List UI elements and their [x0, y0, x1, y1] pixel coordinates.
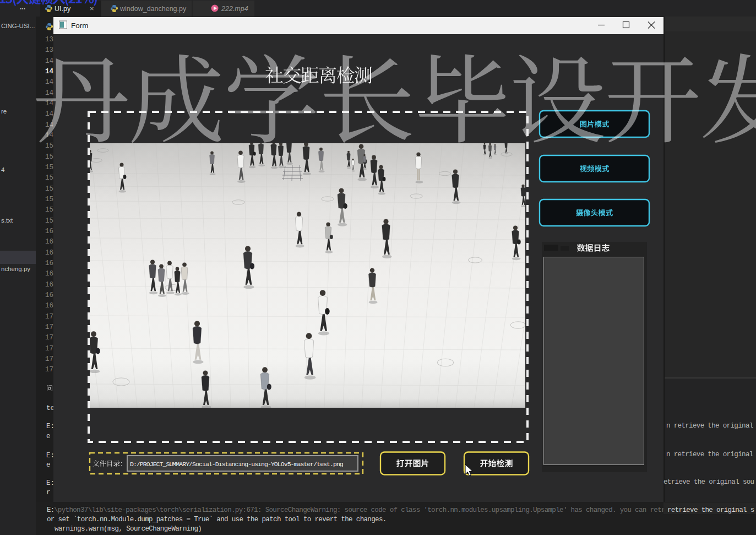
svg-text:15: 15: [45, 153, 53, 161]
svg-text:13: 13: [45, 36, 53, 44]
svg-text:re: re: [1, 108, 7, 115]
svg-text:n retrieve the original: n retrieve the original: [666, 451, 753, 458]
svg-text:e: e: [46, 433, 51, 440]
svg-text:16: 16: [45, 270, 53, 278]
svg-text:te: te: [46, 404, 55, 412]
svg-text:14: 14: [45, 57, 53, 65]
svg-text:17: 17: [45, 366, 53, 374]
svg-text:15: 15: [45, 164, 53, 171]
svg-text:4: 4: [1, 166, 5, 173]
svg-text:16: 16: [45, 238, 53, 246]
svg-text:16: 16: [45, 249, 53, 257]
svg-text:CING-USI...: CING-USI...: [1, 23, 35, 29]
svg-text:17: 17: [45, 355, 53, 363]
svg-text:s.txt: s.txt: [1, 217, 13, 224]
svg-text:window_dancheng.py: window_dancheng.py: [119, 5, 187, 13]
svg-text:15: 15: [45, 142, 53, 150]
svg-text:15: 15: [45, 196, 53, 203]
svg-text:14: 14: [45, 89, 53, 97]
svg-text:E:: E:: [46, 423, 55, 430]
svg-text:222.mp4: 222.mp4: [221, 5, 248, 13]
svg-text:15: 15: [45, 185, 53, 193]
svg-text:E:: E:: [46, 452, 55, 460]
svg-text:n retrieve the original: n retrieve the original: [666, 422, 753, 430]
svg-text:retrieve the original s: retrieve the original s: [667, 506, 754, 514]
svg-text:17: 17: [45, 334, 53, 342]
svg-text:17: 17: [45, 313, 53, 321]
svg-text:ncheng.py: ncheng.py: [1, 266, 30, 272]
svg-text:17: 17: [45, 345, 53, 353]
svg-text:16: 16: [45, 302, 53, 310]
svg-text:e: e: [46, 461, 51, 469]
svg-text:etrieve the original sou: etrieve the original sou: [663, 478, 754, 486]
svg-text:16: 16: [45, 281, 53, 289]
svg-text:15: 15: [45, 217, 53, 225]
svg-text:or set `torch.nn.Module.dump_p: or set `torch.nn.Module.dump_patches = T…: [47, 516, 387, 523]
svg-text:14: 14: [45, 68, 54, 75]
svg-text:16: 16: [45, 291, 53, 299]
svg-text:14: 14: [45, 78, 53, 86]
svg-text:E:: E:: [47, 506, 55, 514]
svg-text:r: r: [46, 489, 51, 496]
svg-text:×: ×: [90, 4, 94, 13]
svg-text:14: 14: [45, 110, 53, 118]
svg-text:16: 16: [45, 260, 53, 267]
svg-text:UI.py: UI.py: [55, 5, 71, 13]
svg-text:...: ...: [20, 3, 25, 11]
svg-text:E:: E:: [46, 479, 55, 487]
svg-text:17: 17: [45, 323, 53, 331]
svg-text:D:/PROJECT_SUMMARY/Social-Dist: D:/PROJECT_SUMMARY/Social-Distancing-usi…: [130, 461, 343, 468]
svg-text:13: 13: [45, 46, 53, 54]
svg-text:warnings.warn(msg, SourceChang: warnings.warn(msg, SourceChangeWarning): [55, 525, 202, 533]
svg-text:\python37\lib\site-packages\to: \python37\lib\site-packages\torch\serial…: [54, 506, 737, 514]
svg-text:16: 16: [45, 228, 53, 235]
svg-text:Form: Form: [71, 21, 89, 30]
svg-text:15: 15: [45, 174, 53, 182]
svg-text:15: 15: [45, 206, 53, 214]
